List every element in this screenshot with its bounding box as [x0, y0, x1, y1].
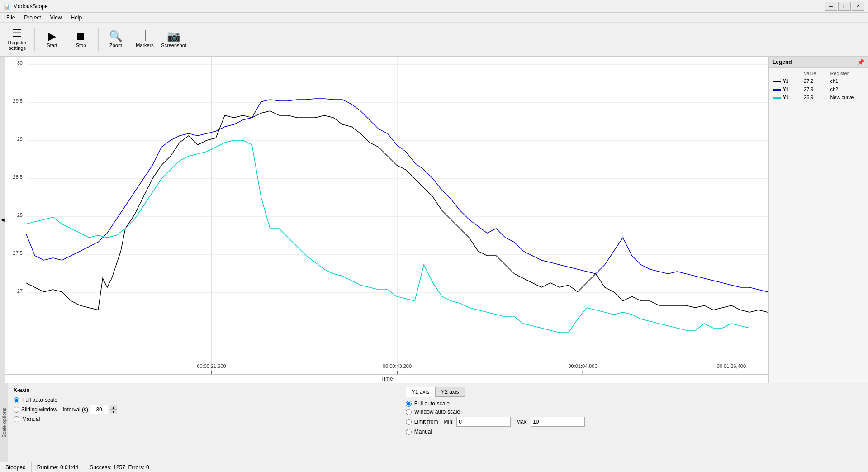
app-title: ModbusScope	[13, 3, 48, 10]
xaxis-title: X-axis	[14, 387, 394, 393]
title-bar: 📊 ModbusScope ─ □ ✕	[0, 0, 868, 13]
screenshot-button[interactable]: 📷 Screenshot	[160, 25, 187, 54]
app-icon: 📊	[4, 3, 10, 10]
legend-header: Legend 📌	[769, 57, 868, 68]
legend-title: Legend	[773, 59, 792, 65]
legend-table: Value Register Y1 27,2 ch1 Y1 27,9 ch2 Y…	[769, 70, 868, 101]
yaxis-limit-radio[interactable]	[406, 419, 412, 425]
markers-icon: ⏐	[142, 31, 147, 42]
legend-panel: Legend 📌 Value Register Y1 27,2 ch1 Y1 2…	[768, 57, 868, 383]
toolbar-separator-1	[34, 28, 35, 51]
spin-down-button[interactable]: ▼	[110, 410, 117, 414]
main-area: ◀ 30 29,5 29 28,5 28 27,5 27	[0, 57, 868, 383]
yaxis-full-auto-row: Full auto-scale	[406, 400, 863, 407]
limit-max-input[interactable]	[531, 417, 585, 427]
stop-label: Stop	[76, 43, 86, 48]
success-value: 1257	[113, 464, 125, 471]
svg-text:00:00:43,200: 00:00:43,200	[383, 363, 412, 369]
y2-axis-tab[interactable]: Y2 axis	[435, 387, 465, 397]
status-success: Success: 1257 Errors: 0	[84, 462, 155, 472]
zoom-button[interactable]: 🔍 Zoom	[102, 25, 129, 54]
yaxis-panel: Y1 axis Y2 axis Full auto-scale Window a…	[400, 383, 868, 462]
scale-options-sidebar: Scale options	[0, 383, 8, 462]
legend-axis-label: Y1	[783, 87, 788, 92]
spin-up-button[interactable]: ▲	[110, 405, 117, 410]
yaxis-manual-label: Manual	[414, 429, 432, 435]
xaxis-sliding-label: Sliding window	[21, 406, 57, 413]
xaxis-panel: X-axis Full auto-scale Sliding window In…	[8, 383, 400, 462]
svg-text:28: 28	[17, 212, 23, 218]
interval-input[interactable]	[90, 405, 108, 414]
status-bar: Stopped Runtime: 0:01:44 Success: 1257 E…	[0, 462, 868, 472]
minimize-button[interactable]: ─	[825, 2, 837, 11]
svg-text:30: 30	[17, 60, 23, 66]
menu-help[interactable]: Help	[66, 14, 87, 22]
start-button[interactable]: ▶ Start	[38, 25, 66, 54]
legend-pin-button[interactable]: 📌	[857, 58, 864, 66]
toolbar-separator-2	[98, 28, 99, 51]
legend-value-cell: 26,9	[800, 93, 826, 101]
legend-col-value: Value	[800, 70, 826, 77]
stop-icon: ⏹	[76, 31, 86, 42]
errors-value: 0	[146, 464, 149, 471]
menu-project[interactable]: Project	[19, 14, 45, 22]
legend-axis-cell: Y1	[769, 93, 800, 101]
y-axis-svg: 30 29,5 29 28,5 28 27,5 27	[5, 57, 26, 374]
svg-text:00:01:26,400: 00:01:26,400	[717, 363, 746, 369]
xaxis-radio-group: Full auto-scale Sliding window Interval …	[14, 397, 394, 422]
yaxis-limit-row: Limit from Min: Max:	[406, 417, 863, 427]
chart-plot[interactable]: 00:00:21,600 00:00:43,200 00:01:04,800 0…	[26, 57, 768, 374]
y1-axis-tab[interactable]: Y1 axis	[406, 387, 435, 397]
legend-color-bar	[773, 97, 781, 99]
success-label: Success:	[90, 464, 112, 471]
yaxis-full-auto-radio[interactable]	[406, 401, 412, 407]
chart-container: 30 29,5 29 28,5 28 27,5 27	[5, 57, 768, 383]
chart-with-yaxis: 30 29,5 29 28,5 28 27,5 27	[5, 57, 768, 374]
xaxis-sliding-radio[interactable]	[14, 407, 19, 413]
xaxis-sliding-row: Sliding window Interval (s) ▲ ▼	[14, 405, 394, 414]
yaxis-tab-row: Y1 axis Y2 axis	[406, 387, 863, 397]
start-label: Start	[47, 43, 57, 48]
maximize-button[interactable]: □	[838, 2, 851, 11]
stop-button[interactable]: ⏹ Stop	[67, 25, 95, 54]
limit-min-input[interactable]	[456, 417, 511, 427]
menu-view[interactable]: View	[46, 14, 66, 22]
yaxis-radio-group: Full auto-scale Window auto-scale Limit …	[406, 400, 863, 435]
yaxis-manual-row: Manual	[406, 429, 863, 435]
yaxis-limit-label: Limit from	[414, 419, 438, 425]
start-icon: ▶	[48, 31, 56, 42]
collapse-left-button[interactable]: ◀	[0, 57, 5, 383]
legend-row: Y1 26,9 New curve	[769, 93, 868, 101]
close-button[interactable]: ✕	[852, 2, 864, 11]
legend-axis-label: Y1	[783, 95, 788, 100]
register-settings-label: Register settings	[4, 40, 31, 51]
svg-text:29: 29	[17, 136, 23, 142]
zoom-icon: 🔍	[109, 31, 123, 42]
xaxis-manual-row: Manual	[14, 416, 394, 422]
svg-text:00:00:21,600: 00:00:21,600	[197, 363, 226, 369]
screenshot-icon: 📷	[167, 31, 180, 42]
legend-row: Y1 27,9 ch2	[769, 85, 868, 93]
xaxis-full-auto-label: Full auto-scale	[22, 397, 57, 403]
xaxis-full-auto-radio[interactable]	[14, 397, 19, 403]
register-settings-button[interactable]: ☰ Register settings	[4, 25, 31, 54]
legend-axis-label: Y1	[783, 79, 788, 84]
status-runtime: Runtime: 0:01:44	[32, 462, 84, 472]
xaxis-full-auto-row: Full auto-scale	[14, 397, 394, 403]
yaxis-window-auto-label: Window auto-scale	[414, 409, 460, 415]
yaxis-full-auto-label: Full auto-scale	[414, 400, 450, 407]
yaxis-window-auto-radio[interactable]	[406, 409, 412, 415]
legend-axis-cell: Y1	[769, 85, 800, 93]
menu-file[interactable]: File	[2, 14, 19, 22]
legend-register-cell: ch1	[826, 77, 868, 85]
legend-axis-cell: Y1	[769, 77, 800, 85]
xaxis-manual-radio[interactable]	[14, 416, 19, 422]
x-axis-label: Time	[5, 374, 768, 383]
legend-register-cell: New curve	[826, 93, 868, 101]
yaxis-manual-radio[interactable]	[406, 429, 412, 435]
svg-text:00:01:04,800: 00:01:04,800	[568, 363, 597, 369]
markers-button[interactable]: ⏐ Markers	[131, 25, 158, 54]
legend-register-cell: ch2	[826, 85, 868, 93]
markers-label: Markers	[136, 43, 154, 48]
chart-svg: 00:00:21,600 00:00:43,200 00:01:04,800 0…	[26, 57, 768, 374]
